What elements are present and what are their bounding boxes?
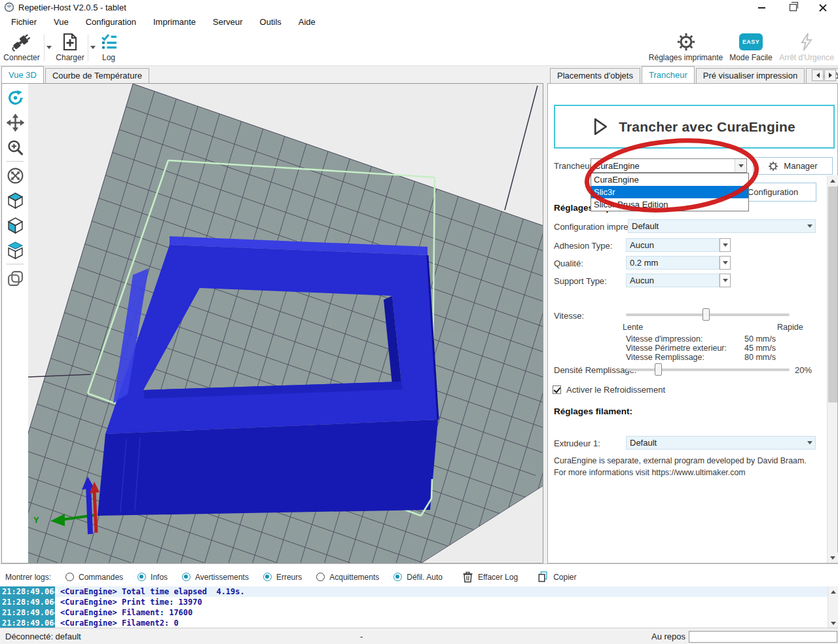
copy-log-button[interactable]: Copier: [537, 571, 576, 583]
fit-view-button[interactable]: [5, 164, 26, 187]
show-logs-label: Montrer logs:: [5, 573, 51, 582]
restore-button[interactable]: [783, 2, 803, 13]
print-config-combobox[interactable]: Default: [628, 219, 816, 233]
front-view-button[interactable]: [5, 214, 26, 236]
menu-configuration[interactable]: Configuration: [77, 14, 145, 30]
top-view-button[interactable]: [5, 239, 26, 261]
log-scrollbar[interactable]: [828, 586, 838, 628]
dropdown-option-slic3r[interactable]: Slic3r: [591, 186, 748, 198]
isometric-view-button[interactable]: [5, 189, 26, 211]
menu-bar: Fichier Vue Configuration Imprimante Ser…: [0, 14, 838, 30]
cooling-checkbox[interactable]: [553, 385, 561, 394]
move-view-button[interactable]: [5, 111, 26, 134]
manager-button[interactable]: Manager: [753, 157, 833, 175]
menu-fichier[interactable]: Fichier: [3, 14, 45, 30]
load-button[interactable]: Charger: [54, 31, 86, 64]
printer-settings-button[interactable]: Réglages imprimante: [645, 31, 727, 64]
radio-icon: [182, 573, 191, 581]
easy-mode-button[interactable]: EASY Mode Facile: [729, 31, 773, 64]
tabs-scroll-left-button[interactable]: [812, 69, 824, 81]
print-speed-value: 50 mm/s: [730, 334, 776, 344]
panel-scroll-down-button[interactable]: [828, 552, 838, 563]
y-axis-label: Y: [33, 515, 39, 525]
filter-acquittements[interactable]: Acquittements: [316, 573, 379, 582]
app-icon: [4, 2, 14, 12]
perimeter-speed-label: Vitesse Périmetre exterieur:: [626, 344, 727, 353]
clear-log-button[interactable]: Effacer Log: [462, 571, 518, 583]
infill-slider-handle[interactable]: [655, 363, 662, 376]
speed-label: Vitesse:: [554, 311, 584, 321]
extruder-arrow[interactable]: [805, 441, 815, 444]
support-arrow-button[interactable]: [720, 274, 731, 287]
cube-top-icon: [7, 241, 24, 259]
view-tool-rail: [2, 84, 28, 563]
filter-infos[interactable]: Infos: [137, 573, 168, 582]
log-line: 21:28:49.064 <CuraEngine> Filament: 1760…: [0, 607, 828, 618]
tab-courbe-temperature[interactable]: Courbe de Température: [45, 68, 149, 83]
quality-arrow-button[interactable]: [720, 256, 731, 270]
log-section: Montrer logs: Commandes Infos Avertissem…: [0, 564, 838, 628]
panel-scroll-up-button[interactable]: [828, 175, 838, 186]
status-center: -: [360, 632, 363, 641]
tab-placements[interactable]: Placements d'objets: [550, 68, 640, 83]
rotate-view-button[interactable]: [5, 86, 26, 109]
log-scroll-up-button[interactable]: [828, 586, 838, 597]
emergency-stop-button[interactable]: Arrêt d'Urgence: [778, 31, 835, 64]
load-dropdown-arrow[interactable]: [90, 46, 96, 49]
play-icon: [593, 117, 608, 136]
quality-combobox[interactable]: 0.2 mm: [626, 256, 720, 270]
slice-button[interactable]: Trancher avec CuraEngine: [554, 105, 835, 149]
infill-slider-track[interactable]: [626, 368, 790, 371]
progress-box: [689, 631, 837, 643]
menu-serveur[interactable]: Serveur: [204, 14, 251, 30]
curaengine-info-text: CuraEngine is separate, external program…: [554, 456, 809, 479]
minimize-icon: [758, 7, 765, 9]
extruder-combobox[interactable]: Default: [626, 436, 816, 450]
radio-icon: [263, 573, 272, 581]
close-button[interactable]: [813, 2, 833, 13]
viewport-3d[interactable]: Y: [1, 83, 543, 564]
tab-previsualiser[interactable]: Pré visualiser impression: [696, 68, 805, 83]
panel-scrollbar-thumb[interactable]: [828, 187, 837, 402]
tab-vue-3d[interactable]: Vue 3D: [1, 66, 44, 83]
checklist-icon: [100, 31, 118, 52]
window-title: Repetier-Host V2.0.5 - tablet: [18, 3, 126, 12]
connect-dropdown-arrow[interactable]: [46, 46, 52, 49]
menu-aide[interactable]: Aide: [290, 14, 324, 30]
layers-view-button[interactable]: [5, 267, 26, 289]
panel-scrollbar[interactable]: [827, 175, 837, 563]
log-line: 21:28:49.064 <CuraEngine> Filament2: 0: [0, 618, 828, 628]
support-combobox[interactable]: Aucun: [626, 274, 720, 287]
menu-vue[interactable]: Vue: [45, 14, 77, 30]
tabs-scroll-right-button[interactable]: [824, 69, 836, 81]
log-toggle-button[interactable]: Log: [97, 31, 120, 64]
menu-outils[interactable]: Outils: [251, 14, 290, 30]
log-scroll-down-button[interactable]: [828, 618, 838, 628]
print-config-arrow[interactable]: [805, 224, 815, 228]
slicer-panel: Trancher avec CuraEngine Trancheur: Cura…: [547, 83, 838, 564]
minimize-button[interactable]: [752, 2, 771, 13]
adhesion-arrow-button[interactable]: [720, 238, 731, 252]
log-output[interactable]: 21:28:49.064 <CuraEngine> Total time ela…: [0, 586, 828, 628]
filter-erreurs[interactable]: Erreurs: [263, 573, 302, 582]
main-toolbar: Connecter Charger: [0, 30, 838, 66]
log-timestamp: 21:28:49.064: [0, 597, 55, 607]
dropdown-option-curaengine[interactable]: CuraEngine: [591, 173, 748, 186]
connect-button[interactable]: Connecter: [1, 31, 42, 64]
zoom-view-button[interactable]: [5, 136, 26, 158]
radio-icon: [316, 573, 325, 581]
filter-defil-auto[interactable]: Défil. Auto: [393, 573, 443, 582]
rotate-icon: [7, 89, 24, 107]
slicer-combobox[interactable]: CuraEngine: [591, 158, 747, 173]
infill-density-value: 20%: [795, 365, 812, 375]
adhesion-combobox[interactable]: Aucun: [626, 238, 720, 252]
scene-3d[interactable]: Y: [28, 84, 543, 563]
infill-speed-value: 80 mm/s: [730, 353, 776, 362]
speed-slider-handle[interactable]: [702, 308, 710, 321]
tab-trancheur[interactable]: Trancheur: [642, 66, 695, 83]
slicer-combobox-arrow[interactable]: [735, 159, 746, 172]
menu-imprimante[interactable]: Imprimante: [145, 14, 204, 30]
filter-avertissements[interactable]: Avertissements: [182, 573, 249, 582]
dropdown-option-slic3r-prusa[interactable]: Slic3r Prusa Edition: [591, 198, 748, 211]
filter-commandes[interactable]: Commandes: [65, 573, 123, 582]
